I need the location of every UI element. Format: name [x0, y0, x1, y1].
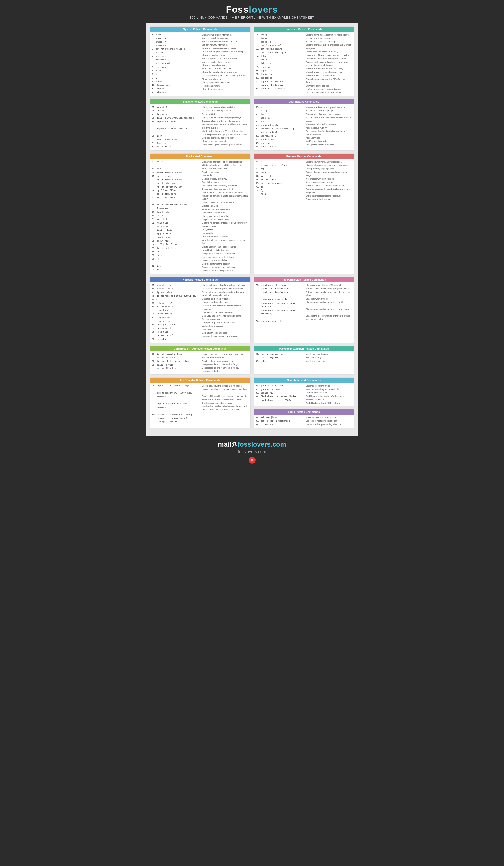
login-commands: 97. ssh user@host 98. ssh -p port $ user… [254, 414, 304, 428]
user-commands: 33. id id -g 34. last last -a 35. who 36… [254, 104, 304, 151]
section-file-header: File Related Commands [150, 154, 251, 159]
file-commands: 42. ls -al 43. pwd 44. mkdir directory-n… [150, 159, 201, 274]
section-system-header: System Related Commands [150, 26, 251, 32]
statistic-commands: 25. mpstat 1 26. vmstat 2 27. iostat 2 2… [150, 104, 201, 151]
process-descriptions: Displays your currently active processes… [304, 159, 354, 202]
heart-icon: ♥ [249, 457, 256, 464]
section-user-header: User Related Commands [254, 99, 354, 104]
page-title: 100 LINUX COMMANDS – A BRIEF OUTLINE WIT… [149, 16, 356, 19]
section-compression-header: Compression / Archive Related Commands [150, 346, 251, 351]
section-search: Search Related Commands 94. grep pattern… [253, 377, 354, 406]
system-descriptions: Displays linux system information. You c… [200, 32, 251, 96]
section-login-content: 97. ssh user@host 98. ssh -p port $ user… [254, 414, 354, 428]
section-file: File Related Commands 42. ls -al 43. pwd… [150, 154, 251, 274]
section-file-transfer-content: 99. scp file.txt server2:/tmp scp foss@s… [150, 383, 251, 425]
compression-commands: 89. tar cf home.tar home tar xf file.tar… [150, 351, 201, 375]
section-hardware: Hardware Related Commands 13. dmesg dmes… [253, 26, 354, 96]
section-package-content: 92. rpm -i pkgname.rpm rpm -e pkgname 93… [254, 351, 354, 365]
file-transfer-commands: 99. scp file.txt server2:/tmp scp foss@s… [150, 383, 201, 425]
page-footer: mail@fosslovers.com fosslovers.com ♥ [146, 436, 358, 468]
section-network-content: 75. ifconfig -a 76. ifconfig eth0 77. ip… [150, 282, 251, 343]
section-compression-content: 89. tar cf home.tar home tar xf file.tar… [150, 351, 251, 375]
file-transfer-descriptions: Secure copy file.txt to remote host /tmp… [200, 383, 251, 425]
system-commands: 1. uname uname -a uname -r uname -o 2. c… [150, 32, 201, 96]
footer-logo: ♥ [151, 457, 353, 464]
section-user-content: 33. id id -g 34. last last -a 35. who 36… [254, 104, 354, 151]
section-network: Network Related Commands 75. ifconfig -a… [150, 277, 251, 343]
section-compression: Compression / Archive Related Commands 8… [150, 346, 251, 375]
section-network-header: Network Related Commands [150, 277, 251, 282]
login-descriptions: Securely connect to a host as user Conne… [304, 414, 354, 428]
section-package: Package Installation Related Commands 92… [253, 346, 354, 375]
section-system: System Related Commands 1. uname uname -… [150, 26, 251, 96]
section-statistic: Statistic Related Commands 25. mpstat 1 … [150, 99, 251, 151]
search-descriptions: Searches for pattern in files Searches r… [304, 383, 354, 406]
search-commands: 94. grep pattern files 95. grep -r patte… [254, 383, 304, 406]
section-statistic-header: Statistic Related Commands [150, 99, 251, 104]
section-file-permission: File Permission Related Commands 72. chm… [253, 277, 354, 343]
page-header: Fosslovers 100 LINUX COMMANDS – A BRIEF … [146, 0, 358, 23]
section-file-transfer: File Transfer Related Commands 99. scp f… [150, 377, 251, 429]
site-logo: Fosslovers [149, 5, 356, 15]
compression-descriptions: Creates a tar named home.tar containing … [200, 351, 251, 375]
package-commands: 92. rpm -i pkgname.rpm rpm -e pkgname 93… [254, 351, 304, 365]
hardware-descriptions: Displays all the messages from Kernel ri… [304, 32, 354, 96]
section-process-content: 64. ps ps aux | grep 'telnet' 65. top 66… [254, 159, 354, 202]
section-file-permission-content: 72. chmod octal file-name chmod 777 /dat… [254, 282, 354, 325]
section-system-content: 1. uname uname -a uname -r uname -o 2. c… [150, 32, 251, 96]
section-login: Login Related Commands 97. ssh user@host… [253, 409, 354, 429]
footer-url: fosslovers.com [151, 449, 353, 454]
section-user: User Related Commands 33. id id -g 34. l… [253, 99, 354, 151]
network-commands: 75. ifconfig -a 76. ifconfig eth0 77. ip… [150, 282, 201, 343]
section-process-header: Process Related Commands [254, 154, 354, 159]
statistic-descriptions: Displays processors related statistics. … [200, 104, 251, 151]
hardware-commands: 13. dmesg dmesg -k dmesg -u 14. cat /pro… [254, 32, 304, 96]
section-search-header: Search Related Commands [254, 378, 354, 383]
section-login-header: Login Related Commands [254, 409, 354, 414]
section-statistic-content: 25. mpstat 1 26. vmstat 2 27. iostat 2 2… [150, 104, 251, 151]
section-hardware-header: Hardware Related Commands [254, 26, 354, 32]
section-file-transfer-header: File Transfer Related Commands [150, 378, 251, 383]
main-content: System Related Commands 1. uname uname -… [146, 23, 358, 436]
network-descriptions: Displays all network interface and set i… [200, 282, 251, 343]
footer-email: mail@fosslovers.com [151, 441, 353, 448]
section-file-content: 42. ls -al 43. pwd 44. mkdir directory-n… [150, 159, 251, 274]
section-process: Process Related Commands 64. ps ps aux |… [253, 154, 354, 274]
section-search-content: 94. grep pattern files 95. grep -r patte… [254, 383, 354, 406]
section-package-header: Package Installation Related Commands [254, 346, 354, 351]
section-hardware-content: 13. dmesg dmesg -k dmesg -u 14. cat /pro… [254, 32, 354, 96]
process-commands: 64. ps ps aux | grep 'telnet' 65. top 66… [254, 159, 304, 202]
file-permission-commands: 72. chmod octal file-name chmod 777 /dat… [254, 282, 304, 325]
package-descriptions: Installs rpm based package Removes packa… [304, 351, 354, 365]
section-file-permission-header: File Permission Related Commands [254, 277, 354, 282]
file-permission-descriptions: Changes the permissions of file to octal… [304, 282, 354, 325]
file-descriptions: Displays all information about files/dir… [200, 159, 251, 274]
user-descriptions: Shows the active user and group informat… [304, 104, 354, 151]
